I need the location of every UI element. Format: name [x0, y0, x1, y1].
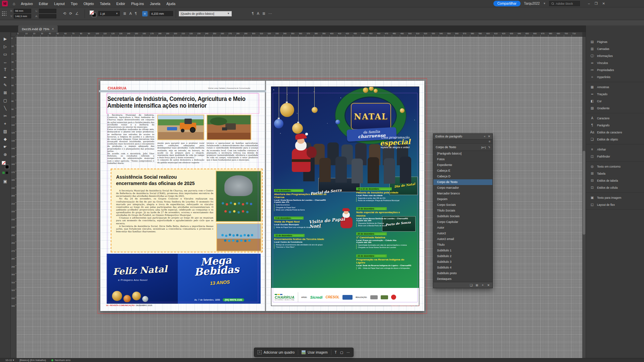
dock-panel-button[interactable]: ━ Traçado: [586, 90, 644, 98]
transform-icon[interactable]: ∠: [75, 11, 78, 16]
more-options-icon[interactable]: ⋯: [346, 351, 350, 354]
menu-item[interactable]: Tabela: [97, 2, 113, 6]
control-icon[interactable]: ⋯: [268, 11, 272, 16]
menu-item[interactable]: Ajuda: [163, 2, 178, 6]
y-field[interactable]: 148,3 mm: [14, 14, 31, 18]
shape-tool-shortcut[interactable]: ▢: [340, 351, 343, 354]
photo-tractor[interactable]: [157, 115, 204, 140]
style-row[interactable]: Destaques: [433, 276, 492, 282]
format-icon[interactable]: ¶: [135, 11, 137, 16]
zoom-tool[interactable]: ⊕: [1, 150, 9, 158]
page-11[interactable]: NATAL da família charruense Uma programa…: [266, 81, 424, 311]
selection-tool[interactable]: ▶: [1, 35, 9, 43]
line-tool[interactable]: ╲: [1, 104, 9, 112]
redefine-style-icon[interactable]: [a+]: [481, 146, 486, 149]
format-icon[interactable]: A: [129, 11, 132, 16]
preflight-status[interactable]: Nenhum erro: [51, 359, 70, 362]
vertical-ruler[interactable]: 0102030405060708090100110120130140150160…: [11, 37, 17, 358]
style-row[interactable]: Subtítulo 3: [433, 259, 492, 265]
gradient-tool[interactable]: ▨: [1, 127, 9, 135]
type-tool-shortcut[interactable]: T: [335, 351, 337, 354]
format-icon[interactable]: ≣: [123, 11, 126, 16]
rectangle-frame-tool[interactable]: ⊠: [1, 89, 9, 97]
adobe-stock-search[interactable]: Adobe Stock: [549, 1, 580, 6]
dock-panel-button[interactable]: ⓘ Informações: [586, 52, 644, 59]
style-row[interactable]: [Parágrafo básico]: [433, 151, 492, 157]
use-image-button[interactable]: Usar imagem: [302, 350, 327, 354]
close-panel-icon[interactable]: ✕: [488, 135, 490, 138]
control-icon[interactable]: A: [257, 11, 259, 16]
menu-item[interactable]: Plug-ins: [128, 2, 147, 6]
horizontal-ruler[interactable]: 0102030405060708090100110120130140150160…: [17, 32, 582, 37]
close-button[interactable]: ✕: [602, 2, 605, 5]
eyedropper-tool[interactable]: ◆: [1, 135, 9, 143]
height-field[interactable]: [39, 14, 56, 18]
style-row[interactable]: Depoim: [433, 196, 492, 202]
ad-banner[interactable]: Feliz Natal e Próspero Ano Novo! Mega Be…: [107, 254, 261, 304]
dock-panel-button[interactable]: ◱ Layout de flex: [586, 201, 644, 208]
style-row[interactable]: Cabeça D: [433, 174, 492, 179]
dock-panel-button[interactable]: ◧ Cor: [586, 98, 644, 105]
dock-panel-button[interactable]: ▤ Páginas: [586, 38, 644, 45]
style-row[interactable]: Subtítulo 2: [433, 253, 492, 259]
hand-tool[interactable]: ☛: [1, 143, 9, 150]
dock-panel-button[interactable]: ¶ Parágrafo: [586, 122, 644, 129]
panel-footer-icon[interactable]: ＋: [481, 283, 484, 287]
dock-panel-button[interactable]: ▣ Texto para imagem: [586, 194, 644, 201]
dock-panel-button[interactable]: ≡ Alinhar: [586, 146, 644, 153]
page-10[interactable]: CHARRUA Vitória Luisa Caldatto | Assesso…: [100, 81, 265, 311]
gap-tool[interactable]: ↔: [1, 58, 9, 66]
style-row[interactable]: Expediente: [433, 162, 492, 168]
style-row[interactable]: Marcador branco: [433, 191, 492, 196]
panel-footer-icon[interactable]: ✕: [487, 284, 490, 287]
share-button[interactable]: Compartilhar: [493, 1, 521, 6]
menu-item[interactable]: Editar: [36, 2, 51, 6]
screen-mode-button[interactable]: ▣: [1, 177, 9, 185]
style-row[interactable]: Subtítulo 4: [433, 265, 492, 270]
quick-apply-icon[interactable]: ϟ: [488, 145, 490, 149]
style-row[interactable]: Corpo marcador: [433, 185, 492, 191]
dock-panel-button[interactable]: ▦ Amostras: [586, 83, 644, 90]
style-row[interactable]: Título: [433, 242, 492, 248]
style-row[interactable]: Corpo de Texto: [433, 179, 492, 185]
fill-stroke-swatches[interactable]: [90, 10, 96, 17]
x-field[interactable]: 98 mm: [14, 9, 31, 13]
control-icon[interactable]: ≣: [262, 11, 265, 16]
style-row[interactable]: Subtítulo 1: [433, 248, 492, 253]
dock-panel-button[interactable]: ⌗ Hyperlinks: [586, 73, 644, 80]
active-effect-icon[interactable]: ⌗: [142, 11, 148, 16]
dock-panel-button[interactable]: Aa Estilos de caractere: [586, 129, 644, 136]
object-style-select[interactable]: [Quadro de gráfico básico]▼: [179, 11, 232, 16]
indesign-logo-icon[interactable]: Id: [2, 1, 8, 6]
minimize-button[interactable]: –: [588, 2, 590, 5]
panel-footer-icon[interactable]: ❏: [470, 284, 473, 287]
pen-tool[interactable]: ✒: [1, 73, 9, 81]
free-transform-tool[interactable]: ⌖: [1, 120, 9, 127]
dock-panel-button[interactable]: ⊡ Estilos de célula: [586, 184, 644, 191]
menu-item[interactable]: Exibir: [113, 2, 128, 6]
workspace-switcher[interactable]: Tarqu2022: [524, 2, 540, 5]
width-field[interactable]: [39, 9, 56, 13]
style-row[interactable]: Corpo Sociais: [433, 202, 492, 208]
pencil-tool[interactable]: ✎: [1, 81, 9, 89]
direct-selection-tool[interactable]: ▷: [1, 43, 9, 50]
scissors-tool[interactable]: ✂: [1, 112, 9, 120]
dock-panel-button[interactable]: ∞ Vínculos: [586, 59, 644, 66]
style-row[interactable]: Subtítulo Sociais: [433, 214, 492, 219]
corner-radius-field[interactable]: 4,233 mm: [150, 11, 173, 16]
dock-panel-button[interactable]: ⊟ Estilos de tabela: [586, 177, 644, 184]
home-icon[interactable]: ⌂: [13, 1, 15, 6]
style-row[interactable]: Autor2: [433, 231, 492, 236]
dock-panel-button[interactable]: ≔ Propriedades: [586, 66, 644, 73]
panel-footer-icon[interactable]: ⊞: [476, 284, 478, 287]
menu-item[interactable]: Objeto: [80, 2, 97, 6]
article1-body[interactable]: A Secretaria Municipal de Indústria, Com…: [107, 114, 258, 168]
fill-swatch[interactable]: [90, 10, 94, 15]
dock-panel-button[interactable]: ◎ Texto em contorno: [586, 163, 644, 170]
preflight-profile[interactable]: [Básico] (Em trabalho): [19, 359, 46, 362]
scrollbar-thumb[interactable]: [583, 151, 585, 235]
style-row[interactable]: Autor2 email: [433, 236, 492, 242]
type-tool[interactable]: T: [1, 66, 9, 73]
menu-item[interactable]: Tipo: [68, 2, 80, 6]
photo-bulldozer[interactable]: [207, 115, 251, 140]
